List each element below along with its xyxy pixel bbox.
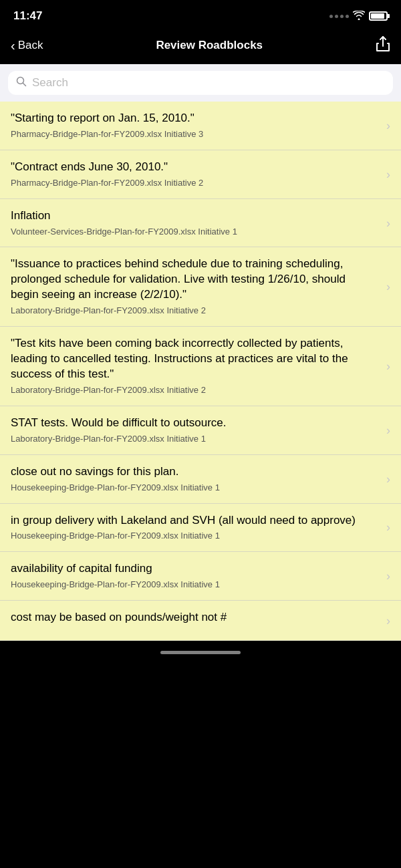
list-item[interactable]: "Issuance to practices behind schedule d…: [0, 247, 401, 327]
svg-line-2: [23, 84, 26, 86]
list-item[interactable]: cost may be based on pounds/weight not #…: [0, 601, 401, 641]
search-container: [0, 64, 401, 102]
nav-bar: ‹ Back Review Roadblocks: [0, 29, 401, 64]
list-item[interactable]: "Contract ends June 30, 2010."Pharmacy-B…: [0, 150, 401, 199]
list-item-title: cost may be based on pounds/weight not #: [11, 610, 372, 625]
list-item[interactable]: "Starting to report on Jan. 15, 2010."Ph…: [0, 102, 401, 150]
chevron-right-icon: ›: [386, 359, 390, 374]
page-title: Review Roadblocks: [156, 39, 263, 52]
list-item-title: in group delivery with Lakeland and SVH …: [11, 513, 372, 529]
wifi-icon: [353, 11, 365, 22]
list-item-title: availability of capital funding: [11, 561, 372, 577]
list-item[interactable]: InflationVolunteer-Services-Bridge-Plan-…: [0, 199, 401, 248]
list-item-title: Inflation: [11, 208, 372, 224]
list-item-title: "Test kits have been coming back incorre…: [11, 336, 372, 382]
list-item-subtitle: Volunteer-Services-Bridge-Plan-for-FY200…: [11, 227, 372, 238]
list-item-subtitle: Laboratory-Bridge-Plan-for-FY2009.xlsx I…: [11, 305, 372, 317]
search-bar[interactable]: [8, 71, 393, 95]
list-item-subtitle: Pharmacy-Bridge-Plan-for-FY2009.xlsx Ini…: [11, 178, 372, 189]
list-item-title: close out no savings for this plan.: [11, 464, 372, 480]
status-icons: [329, 11, 388, 22]
list-item-subtitle: Laboratory-Bridge-Plan-for-FY2009.xlsx I…: [11, 385, 372, 396]
list-item-subtitle: Laboratory-Bridge-Plan-for-FY2009.xlsx I…: [11, 434, 372, 445]
list-item-title: "Contract ends June 30, 2010.": [11, 160, 372, 175]
chevron-right-icon: ›: [386, 167, 390, 181]
status-time: 11:47: [13, 9, 42, 23]
list-container: "Starting to report on Jan. 15, 2010."Ph…: [0, 102, 401, 641]
status-bar: 11:47: [0, 0, 401, 29]
back-chevron-icon: ‹: [11, 39, 15, 52]
search-input[interactable]: [32, 76, 385, 90]
list-item[interactable]: STAT tests. Would be difficult to outsou…: [0, 406, 401, 455]
battery-icon: [369, 11, 388, 21]
list-item-subtitle: Housekeeping-Bridge-Plan-for-FY2009.xlsx…: [11, 579, 372, 591]
list-item[interactable]: in group delivery with Lakeland and SVH …: [0, 504, 401, 553]
share-button[interactable]: [376, 35, 390, 56]
chevron-right-icon: ›: [386, 521, 390, 535]
chevron-right-icon: ›: [386, 423, 390, 437]
bottom-bar: [0, 641, 401, 664]
list-item-title: STAT tests. Would be difficult to outsou…: [11, 416, 372, 431]
back-label: Back: [18, 39, 43, 52]
back-button[interactable]: ‹ Back: [11, 39, 43, 52]
chevron-right-icon: ›: [386, 472, 390, 486]
chevron-right-icon: ›: [386, 280, 390, 294]
chevron-right-icon: ›: [386, 118, 390, 132]
list-item[interactable]: availability of capital fundingHousekeep…: [0, 552, 401, 601]
search-icon: [16, 76, 27, 90]
list-item-title: "Starting to report on Jan. 15, 2010.": [11, 111, 372, 126]
chevron-right-icon: ›: [386, 613, 390, 627]
list-item-subtitle: Housekeeping-Bridge-Plan-for-FY2009.xlsx…: [11, 531, 372, 542]
chevron-right-icon: ›: [386, 569, 390, 583]
list-item-subtitle: Housekeeping-Bridge-Plan-for-FY2009.xlsx…: [11, 482, 372, 494]
home-indicator: [160, 651, 241, 654]
signal-dots-icon: [329, 15, 349, 18]
chevron-right-icon: ›: [386, 216, 390, 230]
list-item-title: "Issuance to practices behind schedule d…: [11, 257, 372, 303]
list-item[interactable]: close out no savings for this plan.House…: [0, 455, 401, 504]
list-item-subtitle: Pharmacy-Bridge-Plan-for-FY2009.xlsx Ini…: [11, 129, 372, 140]
list-item[interactable]: "Test kits have been coming back incorre…: [0, 327, 401, 406]
